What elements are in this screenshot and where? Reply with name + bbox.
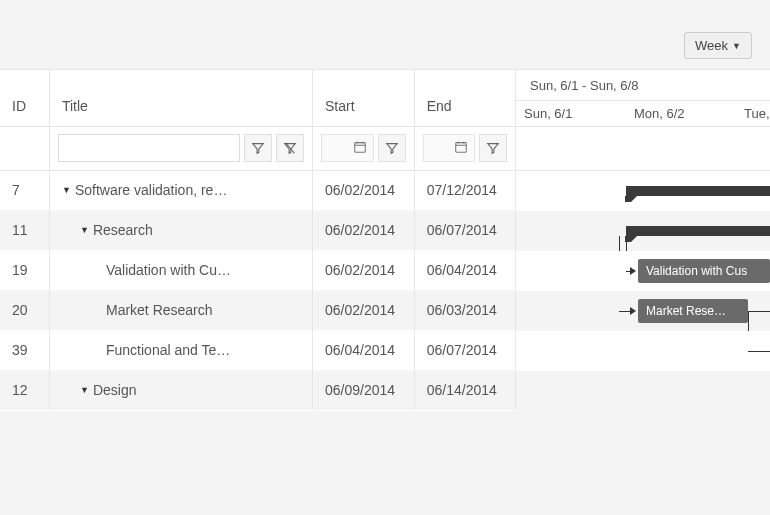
- grid-table: ID Title Start End: [0, 70, 516, 410]
- cell-start: 06/02/2014: [312, 290, 414, 330]
- chevron-down-icon: ▼: [732, 41, 741, 51]
- table-row[interactable]: 12 ▼ Design 06/09/2014 06/14/2014: [0, 370, 516, 410]
- summary-bar[interactable]: [626, 226, 770, 236]
- expander-icon[interactable]: ▼: [62, 185, 71, 195]
- table-row[interactable]: 7 ▼ Software validation, re… 06/02/2014 …: [0, 170, 516, 210]
- title-text: Software validation, re…: [75, 182, 228, 198]
- table-row[interactable]: 11 ▼ Research 06/02/2014 06/07/2014: [0, 210, 516, 250]
- expander-icon[interactable]: ▼: [80, 225, 89, 235]
- cell-id: 7: [0, 170, 49, 210]
- view-selector-dropdown[interactable]: Week ▼: [684, 32, 752, 59]
- timeline-pane[interactable]: Sun, 6/1 - Sun, 6/8 Sun, 6/1 Mon, 6/2 Tu…: [516, 70, 770, 411]
- cell-id: 20: [0, 290, 49, 330]
- task-bar-label: Market Rese…: [646, 304, 726, 318]
- filter-icon[interactable]: [244, 134, 272, 162]
- cell-title: ▼ Design: [49, 370, 312, 410]
- timeline-body: Validation with Cus Market Rese…: [516, 171, 770, 411]
- cell-start: 06/09/2014: [312, 370, 414, 410]
- cell-end: 07/12/2014: [414, 170, 515, 210]
- filter-icon[interactable]: [479, 134, 507, 162]
- grid-left-pane: ID Title Start End: [0, 70, 516, 411]
- title-text: Research: [93, 222, 153, 238]
- filter-cell-end: [414, 126, 515, 170]
- calendar-icon: [353, 140, 367, 157]
- cell-start: 06/04/2014: [312, 330, 414, 370]
- timeline-day: Mon, 6/2: [626, 101, 736, 126]
- timeline-day: Sun, 6/1: [516, 101, 626, 126]
- task-bar[interactable]: Validation with Cus: [638, 259, 770, 283]
- cell-end: 06/04/2014: [414, 250, 515, 290]
- filter-icon[interactable]: [378, 134, 406, 162]
- dependency-link: [748, 351, 770, 352]
- dependency-link: [748, 311, 770, 312]
- timeline-row: [516, 211, 770, 251]
- cell-id: 39: [0, 330, 49, 370]
- timeline-row: [516, 371, 770, 411]
- timeline-row: [516, 331, 770, 371]
- grid-header-row: ID Title Start End: [0, 70, 516, 126]
- task-bar-label: Validation with Cus: [646, 264, 747, 278]
- grid-filter-row: [0, 126, 516, 170]
- expander-icon[interactable]: ▼: [80, 385, 89, 395]
- table-row[interactable]: 20 Market Research 06/02/2014 06/03/2014: [0, 290, 516, 330]
- start-date-filter-input[interactable]: [321, 134, 374, 162]
- svg-rect-1: [456, 142, 467, 152]
- end-date-filter-input[interactable]: [423, 134, 475, 162]
- title-text: Functional and Te…: [106, 342, 230, 358]
- timeline-row: Validation with Cus: [516, 251, 770, 291]
- column-header-id[interactable]: ID: [0, 70, 49, 126]
- task-bar[interactable]: Market Rese…: [638, 299, 748, 323]
- cell-start: 06/02/2014: [312, 210, 414, 250]
- cell-end: 06/07/2014: [414, 330, 515, 370]
- cell-start: 06/02/2014: [312, 250, 414, 290]
- title-text: Design: [93, 382, 137, 398]
- column-header-start[interactable]: Start: [312, 70, 414, 126]
- svg-rect-0: [355, 142, 366, 152]
- cell-end: 06/03/2014: [414, 290, 515, 330]
- cell-title: Validation with Cu…: [49, 250, 312, 290]
- timeline-range-label: Sun, 6/1 - Sun, 6/8: [516, 70, 770, 100]
- filter-cell-id: [0, 126, 49, 170]
- cell-id: 12: [0, 370, 49, 410]
- cell-title: ▼ Software validation, re…: [49, 170, 312, 210]
- gantt-grid: ID Title Start End: [0, 69, 770, 411]
- cell-title: Functional and Te…: [49, 330, 312, 370]
- cell-id: 11: [0, 210, 49, 250]
- title-text: Market Research: [106, 302, 213, 318]
- cell-id: 19: [0, 250, 49, 290]
- cell-end: 06/14/2014: [414, 370, 515, 410]
- table-row[interactable]: 39 Functional and Te… 06/04/2014 06/07/2…: [0, 330, 516, 370]
- cell-end: 06/07/2014: [414, 210, 515, 250]
- table-row[interactable]: 19 Validation with Cu… 06/02/2014 06/04/…: [0, 250, 516, 290]
- calendar-icon: [454, 140, 468, 157]
- title-text: Validation with Cu…: [106, 262, 231, 278]
- cell-title: ▼ Research: [49, 210, 312, 250]
- timeline-row: [516, 171, 770, 211]
- cell-title: Market Research: [49, 290, 312, 330]
- timeline-row: Market Rese…: [516, 291, 770, 331]
- clear-filter-icon[interactable]: [276, 134, 304, 162]
- cell-start: 06/02/2014: [312, 170, 414, 210]
- filter-cell-title: [49, 126, 312, 170]
- column-header-end[interactable]: End: [414, 70, 515, 126]
- column-header-title[interactable]: Title: [49, 70, 312, 126]
- timeline-day: Tue,: [736, 101, 770, 126]
- timeline-days-row: Sun, 6/1 Mon, 6/2 Tue,: [516, 100, 770, 126]
- summary-bar[interactable]: [626, 186, 770, 196]
- arrow-right-icon: [630, 267, 636, 275]
- gantt-container: Week ▼ ID Title Start End: [0, 0, 770, 411]
- view-selector-label: Week: [695, 38, 728, 53]
- title-filter-input[interactable]: [58, 134, 240, 162]
- timeline-filter-spacer: [516, 127, 770, 171]
- arrow-right-icon: [630, 307, 636, 315]
- timeline-header: Sun, 6/1 - Sun, 6/8 Sun, 6/1 Mon, 6/2 Tu…: [516, 70, 770, 127]
- filter-cell-start: [312, 126, 414, 170]
- toolbar: Week ▼: [0, 20, 770, 69]
